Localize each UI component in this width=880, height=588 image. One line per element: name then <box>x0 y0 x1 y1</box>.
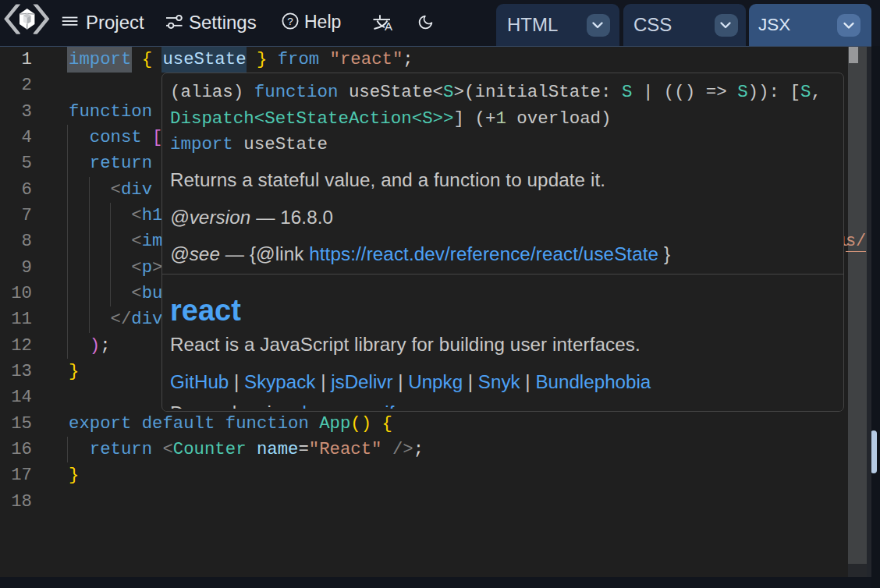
svg-text:A: A <box>385 19 392 33</box>
svg-text:?: ? <box>287 16 293 27</box>
